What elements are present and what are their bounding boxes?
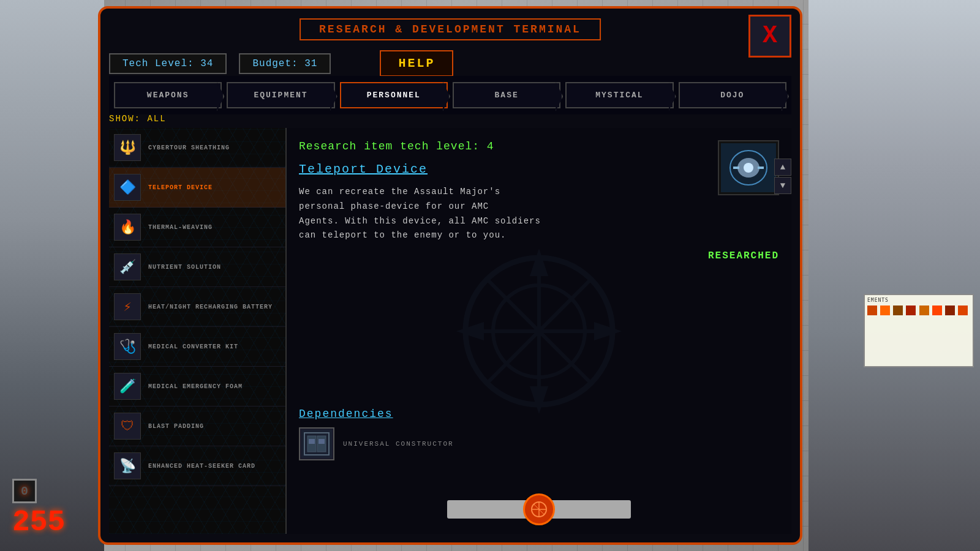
svg-marker-8 [456,322,484,340]
list-item[interactable]: ⚡ HEAT/NIGHT RECHARGING BATTERY [109,287,285,327]
list-item[interactable]: 📡 ENHANCED HEAT-SEEKER CARD [109,446,285,486]
close-icon: X [763,24,777,48]
bottom-bar [287,491,791,528]
content-area: 🔱 CYBERTOUR SHEATHING 🔷 TELEPORT DEVICE … [109,128,791,534]
svg-marker-7 [530,386,548,414]
item-icon-blast: 🛡 [114,413,141,440]
dep-item-icon [299,427,334,460]
bottom-counter: 0 255 [12,479,65,539]
terminal-title: RESEARCH & DEVELOPMENT TERMINAL [300,18,601,40]
dependency-item: UNIVERSAL CONSTRUCTOR [299,427,454,460]
help-button[interactable]: HELP [380,50,453,77]
researched-badge: RESEARCHED [708,250,779,261]
svg-rect-16 [301,430,332,458]
svg-point-13 [744,163,753,173]
tab-mystical[interactable]: MYSTICAL [565,82,673,108]
item-label-thermal: THERMAL-WEAVING [148,224,213,231]
tech-level-text: Research item tech level: 4 [299,140,494,152]
list-item[interactable]: 🔷 TELEPORT DEVICE [109,168,285,208]
item-icon-nutrient: 💉 [114,253,141,280]
item-icon-medical-kit: 🩺 [114,333,141,360]
terminal-panel: RESEARCH & DEVELOPMENT TERMINAL X Tech L… [98,6,802,545]
item-label-blast: BLAST PADDING [148,423,204,430]
svg-rect-14 [733,167,739,169]
tab-base[interactable]: BASE [453,82,560,108]
scroll-up-button[interactable]: ▲ [774,159,791,176]
list-item[interactable]: 🔱 CYBERTOUR SHEATHING [109,128,285,168]
item-icon-teleport: 🔷 [114,174,141,201]
item-label-teleport: TELEPORT DEVICE [148,184,213,191]
tab-weapons[interactable]: WEAPONS [114,82,222,108]
item-label-battery: HEAT/NIGHT RECHARGING BATTERY [148,304,273,310]
list-item[interactable]: 🛡 BLAST PADDING [109,407,285,446]
item-label-nutrient: NUTRIENT SOLUTION [148,264,221,271]
bottom-slider[interactable] [447,500,631,519]
detail-header: Research item tech level: 4 Cost: 20 [299,140,779,152]
item-preview-image [718,140,779,195]
item-label-medical-kit: MEDICAL CONVERTER KIT [148,343,238,350]
list-item[interactable]: 🔥 THERMAL-WEAVING [109,208,285,247]
scroll-down-button[interactable]: ▼ [774,177,791,194]
item-label-foam: MEDICAL EMERGENCY FOAM [148,383,243,390]
bg-left-panel [0,0,104,551]
bg-right-panel: EMENTS [809,0,980,551]
item-icon-seeker: 📡 [114,452,141,479]
item-icon-cybertour: 🔱 [114,134,141,161]
item-icon-battery: ⚡ [114,293,141,320]
svg-rect-20 [309,439,315,444]
list-item[interactable]: 🧪 MEDICAL EMERGENCY FOAM [109,367,285,407]
close-button[interactable]: X [748,15,791,58]
item-label-cybertour: CYBERTOUR SHEATHING [148,144,230,151]
list-item[interactable]: 🩺 MEDICAL CONVERTER KIT [109,327,285,367]
detail-panel: Research item tech level: 4 Cost: 20 ▲ ▼ [287,128,791,534]
svg-marker-9 [594,322,622,340]
tab-equipment[interactable]: EQUIPMENT [227,82,334,108]
bottom-emblem [523,493,555,525]
item-icon-foam: 🧪 [114,373,141,400]
show-filter: SHOW: ALL [109,114,167,124]
tab-personnel[interactable]: PERSONNEL [340,82,448,108]
tech-level-display: Tech Level: 34 [109,53,227,74]
svg-marker-6 [530,249,548,276]
dependencies-title: Dependencies [299,408,454,420]
watermark-gear [447,239,631,423]
svg-rect-21 [318,439,325,444]
item-description: We can recreate the Assault Major's pers… [299,185,593,243]
dep-item-label: UNIVERSAL CONSTRUCTOR [343,440,454,448]
list-item[interactable]: 💉 NUTRIENT SOLUTION [109,247,285,287]
item-title: Teleport Device [299,162,779,176]
tab-dojo[interactable]: DOJO [679,82,786,108]
stats-bar: Tech Level: 34 Budget: 31 HELP [109,50,453,77]
item-label-seeker: ENHANCED HEAT-SEEKER CARD [148,463,255,470]
scroll-arrows: ▲ ▼ [774,159,791,194]
budget-display: Budget: 31 [239,53,331,74]
small-counter-box: 0 [12,479,37,503]
svg-rect-15 [758,167,764,169]
item-list-panel: 🔱 CYBERTOUR SHEATHING 🔷 TELEPORT DEVICE … [109,128,287,534]
dependencies-section: Dependencies UNIVERSAL CONSTRUCTOR [299,408,454,460]
item-icon-thermal: 🔥 [114,214,141,241]
nav-tabs-container: WEAPONS EQUIPMENT PERSONNEL BASE MYSTICA… [109,76,791,114]
